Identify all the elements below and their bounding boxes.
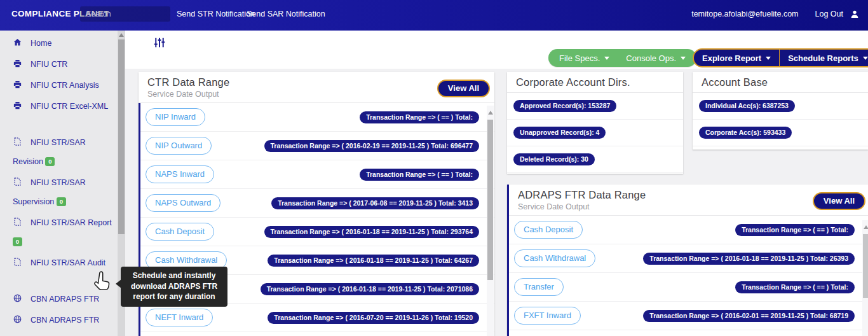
sidebar-item-label: NFIU CTR Analysis: [31, 81, 99, 90]
transaction-range-badge: Transaction Range => ( 2016-01-18 == 201…: [643, 253, 855, 265]
sidebar-item-label: NFIU STR/SAR Supervision: [13, 178, 86, 206]
report-type-button[interactable]: NIP Inward: [146, 108, 205, 126]
transaction-range-badge: Transaction Range => ( == ) Total:: [735, 281, 855, 293]
sidebar-item-icon: [13, 134, 23, 144]
card-header: CTR Data Range Service Date Output View …: [139, 72, 494, 103]
sidebar-item[interactable]: NFIU STR/SAR Report 0: [0, 213, 118, 251]
sidebar-item-label: NFIU CTR: [31, 60, 67, 69]
card-scrollbar[interactable]: [487, 106, 494, 336]
sidebar-item-icon: [13, 255, 23, 264]
report-type-button[interactable]: Cash Withdrawal: [514, 249, 595, 267]
transaction-range-badge: Transaction Range => ( 2016-02-19 == 201…: [264, 140, 479, 152]
top-navbar: COMPLIANCE PLANET Send STR Notification …: [0, 0, 868, 31]
count-badge: 0: [45, 157, 55, 166]
sidebar-item[interactable]: NFIU CTR: [0, 55, 118, 74]
scroll-up-icon[interactable]: [864, 225, 868, 229]
sidebar-item[interactable]: NFIU CTR Excel-XML: [0, 97, 118, 116]
transaction-range-badge: Transaction Range => ( == ) Total:: [735, 224, 855, 236]
transaction-range-badge: Transaction Range => ( 2016-01-18 == 201…: [261, 283, 479, 295]
list-item: Unapproved Record(s): 4: [507, 120, 683, 146]
scrollbar-thumb[interactable]: [863, 234, 868, 298]
send-sar-notification-link[interactable]: Send SAR Notification: [247, 0, 325, 28]
sidebar-item-label: NFIU CTR Excel-XML: [31, 102, 108, 111]
send-str-notification-link[interactable]: Send STR Notification: [177, 0, 255, 28]
scrollbar-thumb[interactable]: [487, 120, 493, 280]
tooltip-arrow-icon: [116, 279, 121, 288]
list-item: Approved Record(s): 153287: [507, 93, 683, 120]
transaction-range-badge: Transaction Range => ( 2016-02-01 == 201…: [643, 310, 855, 322]
sidebar-item-icon: [13, 312, 23, 321]
sidebar-item[interactable]: NFIU STR/SAR Audit: [0, 253, 118, 272]
table-row: NIP Outward Transaction Range => ( 2016-…: [140, 132, 494, 160]
transaction-range-badge: Transaction Range => ( 2016-01-18 == 201…: [268, 255, 479, 267]
sidebar-item-icon: [13, 35, 23, 45]
list-item: Deleted Record(s): 30: [507, 146, 683, 173]
record-count-badge: Corporate Acc(s): 593433: [699, 127, 792, 139]
view-all-button[interactable]: View All: [813, 192, 865, 210]
sidebar-item[interactable]: NFIU CTR Analysis: [0, 76, 118, 95]
transaction-range-badge: Transaction Range => ( == ) Total:: [360, 169, 479, 181]
table-row: Cash Deposit Transaction Range => ( 2016…: [140, 218, 494, 246]
table-row: Cash Withdrawal Transaction Range => ( 2…: [509, 244, 868, 273]
record-count-badge: Individual Acc(s): 6387253: [699, 100, 795, 112]
scroll-up-icon[interactable]: [488, 111, 493, 115]
report-type-button[interactable]: NAPS Inward: [146, 165, 214, 183]
report-type-button[interactable]: NEFT Inward: [146, 309, 213, 326]
sidebar-item-label: CBN ADRAPS FTR Excel-XML: [13, 316, 99, 336]
user-email: temitope.afolabi@efuelite.com: [691, 10, 798, 18]
account-base-card: Account Base Individual Acc(s): 6387253 …: [693, 72, 868, 150]
chevron-down-icon: [604, 57, 609, 60]
corporate-account-dirs-card: Corporate Account Dirs. Approved Record(…: [507, 72, 683, 174]
card-title: Corporate Account Dirs.: [516, 76, 674, 88]
count-badge: 0: [57, 197, 66, 206]
console-ops-button[interactable]: Console Ops.: [618, 53, 694, 63]
report-type-button[interactable]: Cash Deposit: [146, 223, 214, 241]
sidebar-item[interactable]: CBN ADRAPS FTR Excel-XML: [0, 311, 118, 336]
user-avatar-icon[interactable]: [850, 9, 860, 19]
sidebar-item-label: Home: [31, 39, 51, 48]
view-all-button[interactable]: View All: [437, 80, 490, 97]
sidebar-item-icon: [13, 214, 23, 224]
adraps-rows: Cash Deposit Transaction Range => ( == )…: [509, 216, 868, 330]
report-type-button[interactable]: Cash Deposit: [514, 221, 583, 239]
record-count-badge: Deleted Record(s): 30: [513, 153, 595, 165]
sidebar-item-icon: [13, 77, 23, 87]
sidebar-item-label: NFIU STR/SAR Report: [31, 218, 112, 227]
card-header: ADRAPS FTR Data Range Service Date Outpu…: [509, 185, 868, 216]
search-box[interactable]: [80, 6, 170, 22]
table-row: NAPS Inward Transaction Range => ( == ) …: [140, 160, 494, 189]
card-header: Corporate Account Dirs.: [507, 72, 683, 93]
sidebar-item[interactable]: NFIU STR/SAR Revision 0: [0, 133, 118, 171]
filter-tune-icon[interactable]: [153, 37, 166, 48]
sidebar-item[interactable]: Home: [0, 34, 118, 53]
report-type-button[interactable]: NAPS Outward: [146, 194, 220, 212]
table-row: FXFT Inward Transaction Range => ( 2016-…: [509, 302, 868, 330]
compliance-planet-app: COMPLIANCE PLANET Send STR Notification …: [0, 0, 868, 336]
schedule-reports-button[interactable]: Schedule Reports: [780, 53, 868, 63]
card-scrollbar[interactable]: [862, 220, 868, 336]
chevron-down-icon: [766, 57, 771, 60]
scrollbar-thumb[interactable]: [118, 39, 125, 234]
table-row: [140, 332, 494, 336]
scroll-up-icon[interactable]: [119, 33, 124, 37]
report-type-button[interactable]: NIP Outward: [146, 137, 212, 155]
hand-cursor-icon: [92, 271, 111, 293]
adraps-ftr-data-range-card: ADRAPS FTR Data Range Service Date Outpu…: [507, 185, 868, 336]
report-type-button[interactable]: Transfer: [514, 278, 564, 296]
tooltip-text: Schedule and instantly download ADRAPS F…: [131, 271, 217, 301]
sidebar-item[interactable]: NFIU STR/SAR Supervision 0: [0, 173, 118, 211]
transaction-range-badge: Transaction Range => ( 2017-06-08 == 201…: [271, 197, 479, 209]
explore-report-button[interactable]: Explore Report: [694, 53, 779, 63]
report-type-button[interactable]: FXFT Inward: [514, 307, 581, 325]
card-subtitle: Service Date Output: [518, 202, 861, 211]
file-specs-button[interactable]: File Specs.: [551, 53, 618, 63]
logout-button[interactable]: Log Out: [815, 10, 843, 18]
card-title: ADRAPS FTR Data Range: [518, 189, 861, 201]
search-input[interactable]: [80, 10, 191, 18]
sidebar-item-label: NFIU STR/SAR Audit: [31, 258, 105, 267]
account-records: Individual Acc(s): 6387253 Corporate Acc…: [693, 93, 868, 146]
card-subtitle: Service Date Output: [147, 90, 485, 99]
sidebar-item-icon: [13, 98, 23, 108]
sidebar-item-icon: [13, 291, 23, 300]
card-header: Account Base: [693, 72, 868, 93]
